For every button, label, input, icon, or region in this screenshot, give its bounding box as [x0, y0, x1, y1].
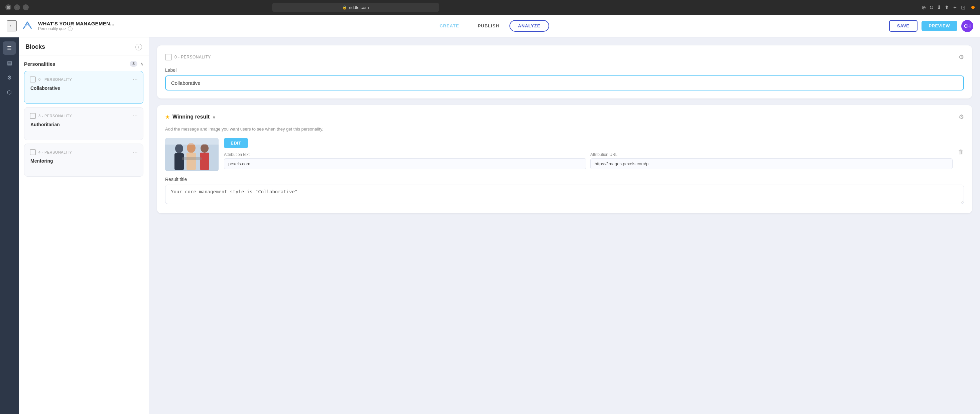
personalities-section-header[interactable]: Personalities 3 ∧	[24, 61, 143, 67]
logo-icon	[21, 19, 34, 33]
personalities-count-badge: 3	[130, 61, 137, 67]
winning-result-settings-icon[interactable]: ⚙	[959, 113, 964, 121]
app-header: ← WHAT'S YOUR MANAGEMEN... Personality q…	[0, 15, 980, 37]
settings-icon: ⚙	[7, 75, 12, 81]
forward-btn[interactable]: ›	[23, 4, 29, 10]
result-title-input[interactable]: Your core management style is "Collabora…	[165, 185, 964, 204]
windows-icon[interactable]: ⊡	[961, 4, 965, 11]
card-header-mentoring: 4 - PERSONALITY ···	[30, 149, 138, 155]
save-button[interactable]: SAVE	[889, 20, 917, 32]
info-icon[interactable]: i	[68, 26, 73, 31]
card-menu-collaborative[interactable]: ···	[133, 76, 138, 83]
new-tab-icon[interactable]: ＋	[952, 4, 958, 11]
header-right: SAVE PREVIEW CH	[889, 20, 973, 32]
card-square-sm-icon	[165, 54, 172, 60]
svg-rect-5	[186, 152, 196, 170]
preview-button[interactable]: PREVIEW	[921, 21, 957, 31]
analytics-icon: ⬡	[7, 89, 12, 95]
attribution-url-input[interactable]	[590, 158, 953, 169]
delete-image-icon[interactable]: 🗑	[958, 149, 964, 155]
wr-left: ★ Winning result ∧	[165, 114, 216, 120]
svg-rect-3	[175, 153, 184, 170]
svg-point-2	[175, 144, 183, 153]
card-spacer-auth	[30, 127, 138, 135]
card-header-authoritarian: 3 - PERSONALITY ···	[30, 112, 138, 119]
card-top-row: 0 - PERSONALITY ⚙	[165, 54, 964, 61]
label-input[interactable]	[165, 75, 964, 90]
sidebar-icons: ☰ ▤ ⚙ ⬡	[0, 37, 19, 414]
sidebar-blocks-btn[interactable]: ☰	[3, 41, 16, 55]
blocks-info-icon[interactable]: i	[135, 44, 142, 51]
svg-rect-7	[200, 152, 209, 170]
browser-right-controls: ⊕ ↻ ⬇ ⬆ ＋ ⊡	[921, 4, 975, 11]
personality-card-collaborative[interactable]: 0 - PERSONALITY ··· Collaborative	[24, 71, 143, 104]
card-menu-authoritarian[interactable]: ···	[133, 112, 138, 119]
winning-result-card: ★ Winning result ∧ ⚙ Add the message and…	[157, 105, 972, 213]
card-square-icon-mentor	[30, 149, 36, 155]
attribution-text-field: Attribution text	[224, 152, 586, 169]
attr-row: Attribution text Attribution URL	[224, 152, 953, 169]
back-btn[interactable]: ‹	[14, 4, 20, 10]
svg-rect-9	[165, 138, 219, 144]
personality-block-card: 0 - PERSONALITY ⚙ Label	[157, 45, 972, 98]
nav-analyze-btn[interactable]: ANALYZE	[509, 20, 549, 32]
sidebar-analytics-btn[interactable]: ⬡	[3, 86, 16, 99]
header-back-btn[interactable]: ←	[7, 21, 17, 32]
refresh-icon[interactable]: ↻	[929, 4, 934, 11]
card-menu-mentoring[interactable]: ···	[133, 149, 138, 155]
edit-image-button[interactable]: EDIT	[224, 138, 248, 148]
main-content: 0 - PERSONALITY ⚙ Label ★ Winning result…	[149, 37, 980, 414]
browser-controls: ⊞ ‹ ›	[5, 4, 29, 10]
svg-rect-8	[182, 157, 202, 160]
header-left: ← WHAT'S YOUR MANAGEMEN... Personality q…	[7, 19, 115, 33]
subtitle-text: Personality quiz	[38, 26, 67, 31]
image-row: EDIT Attribution text Attribution URL 🗑	[165, 138, 964, 171]
card-block-tag: 0 - PERSONALITY	[175, 55, 211, 59]
sidebar-settings-btn[interactable]: ⚙	[3, 71, 16, 84]
blocks-header: Blocks i	[19, 37, 149, 56]
project-info: WHAT'S YOUR MANAGEMEN... Personality qui…	[38, 21, 115, 31]
translate-icon[interactable]: ⊕	[921, 4, 926, 11]
project-subtitle: Personality quiz i	[38, 26, 115, 31]
personality-card-authoritarian[interactable]: 3 - PERSONALITY ··· Authoritarian	[24, 107, 143, 140]
card-type-label-authoritarian: 3 - PERSONALITY	[38, 114, 72, 118]
nav-publish-btn[interactable]: PUBLISH	[469, 20, 508, 32]
layers-icon: ▤	[7, 60, 12, 66]
card-label-row: 0 - PERSONALITY	[30, 76, 72, 82]
share-icon[interactable]: ⬆	[945, 4, 949, 11]
personalities-section: Personalities 3 ∧ 0 - PERSONALITY ··· Co…	[19, 56, 149, 414]
card-type-label-mentoring: 4 - PERSONALITY	[38, 150, 72, 154]
card-header-collaborative: 0 - PERSONALITY ···	[30, 76, 138, 83]
notification-dot	[971, 6, 975, 9]
personality-card-mentoring[interactable]: 4 - PERSONALITY ··· Mentoring	[24, 144, 143, 177]
url-text: riddle.com	[349, 5, 369, 10]
attribution-text-label: Attribution text	[224, 152, 586, 157]
card-type-label-collaborative: 0 - PERSONALITY	[38, 78, 72, 81]
wr-description: Add the message and image you want users…	[165, 126, 964, 133]
avatar[interactable]: CH	[961, 20, 973, 32]
url-bar[interactable]: 🔒 riddle.com	[272, 3, 439, 12]
svg-point-6	[200, 144, 208, 152]
main-layout: ☰ ▤ ⚙ ⬡ Blocks i Personalities 3 ∧	[0, 37, 980, 414]
wr-chevron-icon[interactable]: ∧	[212, 114, 216, 119]
card-label-row-mentor: 4 - PERSONALITY	[30, 149, 72, 155]
sidebar-toggle-btn[interactable]: ⊞	[5, 4, 11, 10]
attribution-text-input[interactable]	[224, 158, 586, 169]
nav-create-btn[interactable]: CREATE	[431, 20, 468, 32]
image-controls: EDIT Attribution text Attribution URL	[224, 138, 953, 169]
card-name-mentoring: Mentoring	[30, 158, 138, 163]
card-name-collaborative: Collaborative	[30, 86, 138, 91]
lock-icon: 🔒	[342, 5, 347, 10]
personality-settings-icon[interactable]: ⚙	[959, 54, 964, 61]
card-square-icon-auth	[30, 113, 36, 119]
result-title-label: Result title	[165, 177, 964, 182]
personalities-section-title: Personalities	[24, 61, 55, 67]
sidebar-layers-btn[interactable]: ▤	[3, 56, 16, 70]
chevron-up-icon: ∧	[140, 61, 143, 67]
download-icon[interactable]: ⬇	[937, 4, 941, 11]
card-spacer	[30, 91, 138, 99]
card-tag-row: 0 - PERSONALITY	[165, 54, 211, 60]
card-spacer-mentor	[30, 163, 138, 171]
section-header-right: 3 ∧	[127, 61, 143, 67]
browser-chrome: ⊞ ‹ › 🔒 riddle.com ⊕ ↻ ⬇ ⬆ ＋ ⊡	[0, 0, 980, 15]
